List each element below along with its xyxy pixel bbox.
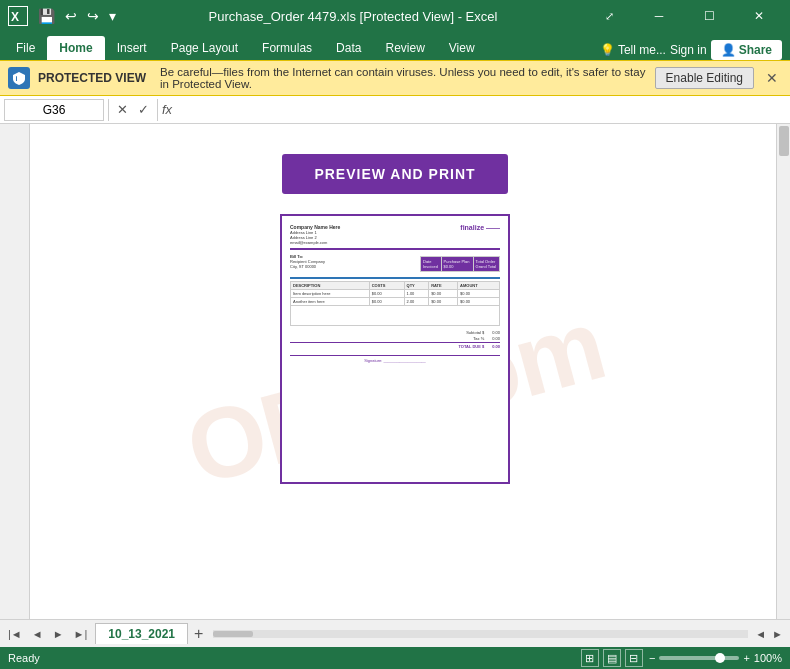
redo-quick-btn[interactable]: ↪	[83, 6, 103, 26]
ribbon-right-area: 💡 Tell me... Sign in 👤 Share	[600, 40, 790, 60]
tab-review[interactable]: Review	[373, 36, 436, 60]
window-title: Purchase_Order 4479.xls [Protected View]…	[120, 9, 586, 24]
document-preview: Company Name Here Address Line 1 Address…	[280, 214, 510, 484]
share-label: Share	[739, 43, 772, 57]
close-button[interactable]: ✕	[736, 0, 782, 32]
formula-sep2	[157, 99, 158, 121]
formula-input[interactable]	[176, 103, 786, 117]
doc-bill-to: Bill To: Recipient Company City, ST 0000…	[290, 254, 325, 274]
tab-insert[interactable]: Insert	[105, 36, 159, 60]
svg-text:i: i	[16, 75, 18, 82]
tab-file[interactable]: File	[4, 36, 47, 60]
doc-summary-table: DateInvoiced Purchase Plan$0.00 Total Or…	[420, 256, 500, 272]
tab-home[interactable]: Home	[47, 36, 104, 60]
doc-header-line	[290, 248, 500, 250]
name-box[interactable]	[4, 99, 104, 121]
formula-icons: ✕ ✓	[113, 102, 153, 117]
preview-print-button[interactable]: PREVIEW AND PRINT	[282, 154, 507, 194]
window-controls: ⤢ ─ ☐ ✕	[586, 0, 782, 32]
tell-me-label[interactable]: Tell me...	[618, 43, 666, 57]
excel-icon: X	[8, 6, 28, 26]
title-bar: X 💾 ↩ ↪ ▾ Purchase_Order 4479.xls [Prote…	[0, 0, 790, 32]
cancel-formula-icon[interactable]: ✕	[113, 102, 132, 117]
protected-view-message: Be careful—files from the Internet can c…	[160, 66, 647, 90]
undo-quick-btn[interactable]: ↩	[61, 6, 81, 26]
share-icon: 👤	[721, 43, 736, 57]
protected-view-label: PROTECTED VIEW	[38, 71, 146, 85]
quick-access-toolbar: 💾 ↩ ↪ ▾	[34, 6, 120, 26]
share-button[interactable]: 👤 Share	[711, 40, 782, 60]
tab-view[interactable]: View	[437, 36, 487, 60]
qat-dropdown[interactable]: ▾	[105, 6, 120, 26]
doc-totals: Subtotal $0.00 Tax %0.00 TOTAL DUE $0.00	[290, 330, 500, 349]
doc-blue-line	[290, 277, 500, 279]
doc-left-header: Company Name Here Address Line 1 Address…	[290, 224, 340, 245]
tab-data[interactable]: Data	[324, 36, 373, 60]
main-area: OPL.com PREVIEW AND PRINT Company Name H…	[0, 124, 790, 669]
title-bar-left: X 💾 ↩ ↪ ▾	[8, 6, 120, 26]
close-protected-bar-button[interactable]: ✕	[762, 68, 782, 88]
restore-button[interactable]: ☐	[686, 0, 732, 32]
fx-label: fx	[162, 102, 172, 117]
protected-view-bar: i PROTECTED VIEW Be careful—files from t…	[0, 60, 790, 96]
doc-footer: Signature: ___________________	[290, 355, 500, 363]
formula-sep1	[108, 99, 109, 121]
minimize-button[interactable]: ─	[636, 0, 682, 32]
sheet-canvas: OPL.com PREVIEW AND PRINT Company Name H…	[0, 124, 790, 669]
sign-in-button[interactable]: Sign in	[670, 43, 707, 57]
doc-items-table: DESCRIPTION COSTS QTY RATE AMOUNT Item d…	[290, 281, 500, 326]
save-quick-btn[interactable]: 💾	[34, 6, 59, 26]
formula-bar: ✕ ✓ fx	[0, 96, 790, 124]
lightbulb-icon: 💡	[600, 43, 615, 57]
maximize-icon[interactable]: ⤢	[586, 0, 632, 32]
shield-icon: i	[8, 67, 30, 89]
svg-text:X: X	[11, 10, 19, 24]
confirm-formula-icon[interactable]: ✓	[134, 102, 153, 117]
tell-me[interactable]: 💡 Tell me...	[600, 43, 666, 57]
ribbon-tabs: File Home Insert Page Layout Formulas Da…	[0, 32, 790, 60]
doc-inner-content: Company Name Here Address Line 1 Address…	[290, 224, 500, 363]
tab-formulas[interactable]: Formulas	[250, 36, 324, 60]
doc-logo: finalize ——	[460, 224, 500, 245]
enable-editing-button[interactable]: Enable Editing	[655, 67, 754, 89]
tab-page-layout[interactable]: Page Layout	[159, 36, 250, 60]
sheet-content: PREVIEW AND PRINT Company Name Here Addr…	[0, 124, 790, 669]
